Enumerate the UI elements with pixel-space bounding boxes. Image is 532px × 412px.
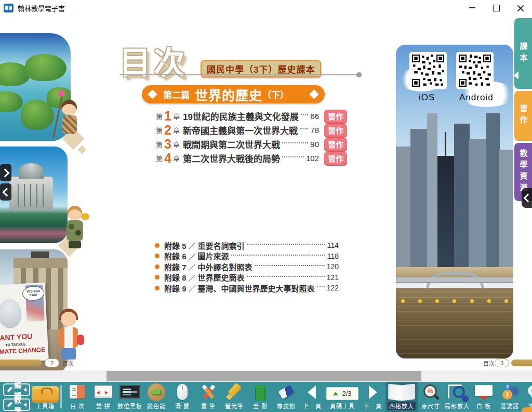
toolbar-item-highlighter[interactable]: 螢光筆	[221, 382, 247, 412]
page-indicator-box[interactable]: 2/3	[326, 387, 358, 400]
chameleon-icon	[145, 383, 168, 400]
toolbar-item-label: 原尺寸	[421, 402, 440, 410]
toolbar-item-chameleon[interactable]: 變色龍	[143, 382, 169, 412]
toolbar-item-toc[interactable]: 目 次	[64, 382, 90, 412]
toolbar-item-pen[interactable]: 畫 筆	[195, 382, 221, 412]
chapter-suffix: 章	[173, 111, 180, 121]
minimize-button[interactable]	[460, 0, 484, 16]
mode-buttons: 編輯 教學	[0, 382, 32, 412]
appendix-label: 附錄 9	[164, 283, 187, 294]
panel-collapse-button[interactable]	[522, 188, 532, 208]
area-zoom-icon	[446, 383, 469, 400]
toolbar-item-whiteboard[interactable]: 白 板	[471, 382, 497, 412]
tower-spire	[445, 132, 446, 157]
chapter-page-number: 90	[310, 140, 319, 149]
arrow-left-icon	[23, 403, 26, 407]
appendix-row[interactable]: 附錄 9 ／ 臺灣、中國與世界歷史大事對照表 122	[155, 283, 339, 294]
chapter-suffix: 章	[173, 125, 180, 135]
page-back-button[interactable]	[0, 183, 11, 201]
workbook-badge-button[interactable]: 習作	[324, 124, 347, 137]
corner-accent	[522, 407, 532, 412]
horizontal-scrollbar[interactable]	[107, 371, 421, 381]
chapter-suffix: 章	[173, 153, 180, 163]
diamond-icon	[148, 89, 157, 99]
toolbar-item-eraser[interactable]: 橡皮擦	[273, 382, 299, 412]
toolbar-item-quad-zoom[interactable]: 四格放大	[385, 382, 418, 412]
dual-page-icon	[92, 383, 115, 400]
dotted-leader	[300, 128, 308, 129]
mascot-head	[61, 100, 77, 115]
close-button[interactable]	[508, 0, 532, 16]
chapter-row[interactable]: 第 1 章 19世紀的民族主義與文化發展 66 習作	[156, 109, 347, 123]
appendix-row[interactable]: 附錄 5 ／ 重要名詞索引 114	[155, 240, 339, 251]
toolbar-item-label: 變色龍	[147, 402, 166, 410]
appendix-label: 附錄 7	[164, 261, 187, 272]
toolbar-item-delete-all[interactable]: 全 刪	[247, 382, 273, 412]
appendix-row[interactable]: 附錄 8 ／ 世界歷史簡表 121	[155, 272, 339, 283]
teach-mode-button[interactable]: 教學	[3, 398, 30, 411]
toolbar-item-prev-page[interactable]: 上一頁	[299, 382, 325, 412]
page-forward-button[interactable]	[0, 164, 11, 181]
appendix-row[interactable]: 附錄 7 ／ 中外譯名對照表 120	[155, 261, 339, 272]
appendix-title: 臺灣、中國與世界歷史大事對照表	[198, 283, 315, 294]
toolbar-item-mouse[interactable]: 滑 鼠	[169, 382, 195, 412]
poster-line3: MATE CHANGE	[0, 346, 46, 356]
workbook-badge-button[interactable]: 習作	[324, 110, 347, 123]
toolbar-item-number-picker[interactable]: 選號器	[497, 382, 523, 412]
side-tab-textbook[interactable]: 課本	[514, 18, 532, 89]
appendix-row[interactable]: 附錄 6 ／ 圖片來源 118	[155, 251, 339, 262]
mascot-tribal-character	[50, 89, 87, 152]
toolbar-item-page-tool[interactable]: 2/3 頁碼工具	[325, 382, 360, 412]
mascot-soldier-character	[58, 198, 95, 260]
building	[486, 113, 500, 278]
mascot-head	[61, 312, 76, 326]
toolbar-item-label: 雙 拼	[96, 402, 111, 410]
pen-icon	[7, 402, 13, 408]
toolbar-item-dual-page[interactable]: 雙 拼	[90, 382, 116, 412]
building	[499, 150, 513, 278]
island-shape	[25, 54, 66, 81]
appendix-page-number: 118	[327, 252, 339, 260]
toolbar-item-original-size[interactable]: 原尺寸	[418, 382, 444, 412]
mascot-head	[68, 206, 82, 220]
appendix-slash: ／	[189, 283, 196, 293]
toolbar-item-label: 目 次	[70, 402, 85, 410]
chapter-number: 2	[164, 124, 171, 137]
chapter-title: 新帝國主義與第一次世界大戰	[183, 124, 298, 137]
toolbar-item-digital-blackboard[interactable]: 數位黑板	[116, 382, 143, 412]
arrow-left-icon	[23, 388, 26, 392]
toolbar-item-label: 滑 鼠	[175, 402, 190, 410]
chapter-row[interactable]: 第 2 章 新帝國主義與第一次世界大戰 78 習作	[156, 123, 347, 137]
dotted-leader	[255, 265, 325, 266]
workbook-badge-button[interactable]: 習作	[324, 152, 347, 165]
maximize-button[interactable]	[484, 0, 508, 16]
poster-line2: TO TACKLE	[5, 342, 26, 347]
toolbar-item-next-page[interactable]: 下一頁	[360, 382, 385, 412]
toolbar-item-toolbox[interactable]: 工具箱	[32, 382, 58, 412]
bridge	[396, 277, 513, 282]
divider-line	[119, 74, 357, 75]
dome-building	[9, 177, 53, 211]
chapter-prefix: 第	[156, 125, 163, 135]
appendix-label: 附錄 5	[164, 240, 187, 251]
qr-label-android: Android	[459, 92, 494, 103]
mascot-legs	[61, 348, 76, 360]
maximize-icon	[493, 5, 500, 11]
appendix-label: 附錄 6	[164, 250, 187, 261]
pen-icon	[197, 383, 220, 400]
chapter-row[interactable]: 第 3 章 戰間期與第二次世界大戰 90 習作	[156, 137, 347, 151]
toolbar-item-label: 下一頁	[363, 402, 382, 410]
bullet-icon	[155, 264, 159, 269]
diamond-icon	[309, 89, 318, 99]
mascot-body	[62, 115, 77, 134]
bullet-icon	[155, 254, 159, 258]
workbook-badge-button[interactable]: 習作	[324, 138, 347, 151]
chapter-prefix: 第	[156, 111, 163, 121]
toolbar-item-partial-zoom[interactable]: 局部放大	[444, 382, 471, 412]
close-icon	[517, 5, 524, 11]
mascot-body	[59, 327, 78, 348]
side-tab-workbook[interactable]: 習作	[514, 91, 532, 141]
chapter-row[interactable]: 第 4 章 第二次世界大戰後的局勢 102 習作	[156, 151, 347, 165]
chapter-title: 19世紀的民族主義與文化發展	[183, 110, 299, 123]
river-buoys	[401, 299, 508, 303]
